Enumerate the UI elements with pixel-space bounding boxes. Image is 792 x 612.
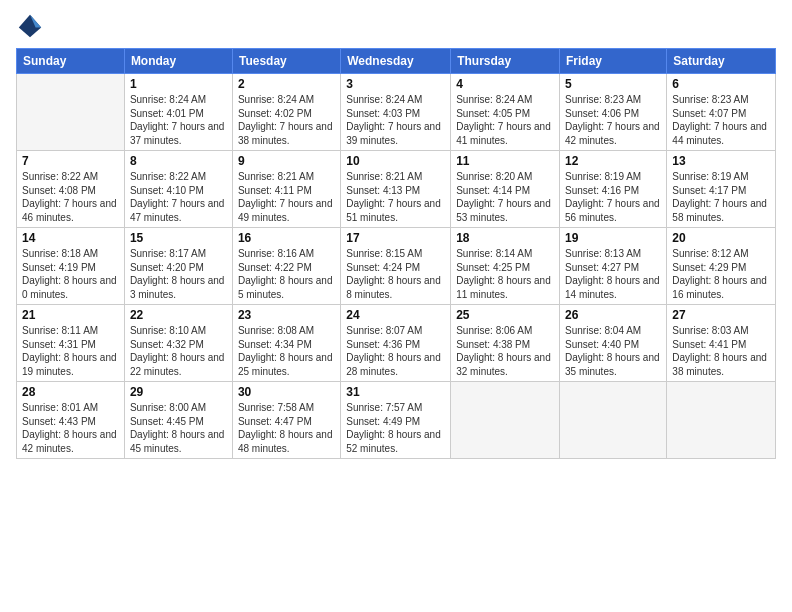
calendar-cell: 28Sunrise: 8:01 AMSunset: 4:43 PMDayligh… bbox=[17, 382, 125, 459]
day-number: 3 bbox=[346, 77, 445, 91]
day-info: Sunrise: 8:18 AMSunset: 4:19 PMDaylight:… bbox=[22, 247, 119, 301]
calendar-cell: 10Sunrise: 8:21 AMSunset: 4:13 PMDayligh… bbox=[341, 151, 451, 228]
calendar-header-row: SundayMondayTuesdayWednesdayThursdayFrid… bbox=[17, 49, 776, 74]
header-saturday: Saturday bbox=[667, 49, 776, 74]
day-number: 5 bbox=[565, 77, 661, 91]
day-number: 6 bbox=[672, 77, 770, 91]
day-info: Sunrise: 8:20 AMSunset: 4:14 PMDaylight:… bbox=[456, 170, 554, 224]
calendar-cell: 20Sunrise: 8:12 AMSunset: 4:29 PMDayligh… bbox=[667, 228, 776, 305]
calendar-cell: 17Sunrise: 8:15 AMSunset: 4:24 PMDayligh… bbox=[341, 228, 451, 305]
calendar-cell: 2Sunrise: 8:24 AMSunset: 4:02 PMDaylight… bbox=[232, 74, 340, 151]
calendar-cell: 24Sunrise: 8:07 AMSunset: 4:36 PMDayligh… bbox=[341, 305, 451, 382]
header-friday: Friday bbox=[560, 49, 667, 74]
day-info: Sunrise: 8:07 AMSunset: 4:36 PMDaylight:… bbox=[346, 324, 445, 378]
day-info: Sunrise: 8:21 AMSunset: 4:13 PMDaylight:… bbox=[346, 170, 445, 224]
calendar-cell: 4Sunrise: 8:24 AMSunset: 4:05 PMDaylight… bbox=[451, 74, 560, 151]
day-number: 28 bbox=[22, 385, 119, 399]
day-info: Sunrise: 8:17 AMSunset: 4:20 PMDaylight:… bbox=[130, 247, 227, 301]
day-info: Sunrise: 8:10 AMSunset: 4:32 PMDaylight:… bbox=[130, 324, 227, 378]
day-info: Sunrise: 8:24 AMSunset: 4:03 PMDaylight:… bbox=[346, 93, 445, 147]
day-number: 19 bbox=[565, 231, 661, 245]
header-monday: Monday bbox=[124, 49, 232, 74]
calendar-table: SundayMondayTuesdayWednesdayThursdayFrid… bbox=[16, 48, 776, 459]
calendar-cell bbox=[451, 382, 560, 459]
day-info: Sunrise: 8:11 AMSunset: 4:31 PMDaylight:… bbox=[22, 324, 119, 378]
day-info: Sunrise: 8:24 AMSunset: 4:02 PMDaylight:… bbox=[238, 93, 335, 147]
calendar-cell: 11Sunrise: 8:20 AMSunset: 4:14 PMDayligh… bbox=[451, 151, 560, 228]
calendar-cell: 31Sunrise: 7:57 AMSunset: 4:49 PMDayligh… bbox=[341, 382, 451, 459]
page-container: SundayMondayTuesdayWednesdayThursdayFrid… bbox=[0, 0, 792, 612]
calendar-cell: 23Sunrise: 8:08 AMSunset: 4:34 PMDayligh… bbox=[232, 305, 340, 382]
day-number: 13 bbox=[672, 154, 770, 168]
day-info: Sunrise: 8:19 AMSunset: 4:16 PMDaylight:… bbox=[565, 170, 661, 224]
calendar-cell: 16Sunrise: 8:16 AMSunset: 4:22 PMDayligh… bbox=[232, 228, 340, 305]
header-sunday: Sunday bbox=[17, 49, 125, 74]
day-info: Sunrise: 8:06 AMSunset: 4:38 PMDaylight:… bbox=[456, 324, 554, 378]
calendar-cell: 18Sunrise: 8:14 AMSunset: 4:25 PMDayligh… bbox=[451, 228, 560, 305]
calendar-cell: 25Sunrise: 8:06 AMSunset: 4:38 PMDayligh… bbox=[451, 305, 560, 382]
day-number: 12 bbox=[565, 154, 661, 168]
day-info: Sunrise: 8:16 AMSunset: 4:22 PMDaylight:… bbox=[238, 247, 335, 301]
day-info: Sunrise: 8:24 AMSunset: 4:01 PMDaylight:… bbox=[130, 93, 227, 147]
day-info: Sunrise: 8:01 AMSunset: 4:43 PMDaylight:… bbox=[22, 401, 119, 455]
day-number: 16 bbox=[238, 231, 335, 245]
day-info: Sunrise: 8:08 AMSunset: 4:34 PMDaylight:… bbox=[238, 324, 335, 378]
calendar-cell: 29Sunrise: 8:00 AMSunset: 4:45 PMDayligh… bbox=[124, 382, 232, 459]
calendar-cell: 13Sunrise: 8:19 AMSunset: 4:17 PMDayligh… bbox=[667, 151, 776, 228]
day-number: 2 bbox=[238, 77, 335, 91]
day-number: 20 bbox=[672, 231, 770, 245]
header-thursday: Thursday bbox=[451, 49, 560, 74]
calendar-cell bbox=[17, 74, 125, 151]
day-number: 18 bbox=[456, 231, 554, 245]
calendar-cell: 6Sunrise: 8:23 AMSunset: 4:07 PMDaylight… bbox=[667, 74, 776, 151]
calendar-cell: 27Sunrise: 8:03 AMSunset: 4:41 PMDayligh… bbox=[667, 305, 776, 382]
calendar-cell: 12Sunrise: 8:19 AMSunset: 4:16 PMDayligh… bbox=[560, 151, 667, 228]
calendar-cell: 7Sunrise: 8:22 AMSunset: 4:08 PMDaylight… bbox=[17, 151, 125, 228]
day-info: Sunrise: 8:00 AMSunset: 4:45 PMDaylight:… bbox=[130, 401, 227, 455]
calendar-cell bbox=[667, 382, 776, 459]
calendar-cell: 26Sunrise: 8:04 AMSunset: 4:40 PMDayligh… bbox=[560, 305, 667, 382]
header-tuesday: Tuesday bbox=[232, 49, 340, 74]
day-number: 14 bbox=[22, 231, 119, 245]
logo bbox=[16, 12, 46, 40]
day-info: Sunrise: 7:58 AMSunset: 4:47 PMDaylight:… bbox=[238, 401, 335, 455]
calendar-cell: 9Sunrise: 8:21 AMSunset: 4:11 PMDaylight… bbox=[232, 151, 340, 228]
calendar-cell: 5Sunrise: 8:23 AMSunset: 4:06 PMDaylight… bbox=[560, 74, 667, 151]
calendar-cell: 14Sunrise: 8:18 AMSunset: 4:19 PMDayligh… bbox=[17, 228, 125, 305]
day-number: 29 bbox=[130, 385, 227, 399]
day-info: Sunrise: 8:12 AMSunset: 4:29 PMDaylight:… bbox=[672, 247, 770, 301]
calendar-cell bbox=[560, 382, 667, 459]
calendar-week-row: 28Sunrise: 8:01 AMSunset: 4:43 PMDayligh… bbox=[17, 382, 776, 459]
day-number: 17 bbox=[346, 231, 445, 245]
day-number: 15 bbox=[130, 231, 227, 245]
header-wednesday: Wednesday bbox=[341, 49, 451, 74]
day-number: 31 bbox=[346, 385, 445, 399]
day-number: 30 bbox=[238, 385, 335, 399]
header bbox=[16, 12, 776, 40]
calendar-cell: 3Sunrise: 8:24 AMSunset: 4:03 PMDaylight… bbox=[341, 74, 451, 151]
calendar-cell: 22Sunrise: 8:10 AMSunset: 4:32 PMDayligh… bbox=[124, 305, 232, 382]
day-info: Sunrise: 8:03 AMSunset: 4:41 PMDaylight:… bbox=[672, 324, 770, 378]
day-info: Sunrise: 8:23 AMSunset: 4:06 PMDaylight:… bbox=[565, 93, 661, 147]
day-info: Sunrise: 8:19 AMSunset: 4:17 PMDaylight:… bbox=[672, 170, 770, 224]
calendar-cell: 15Sunrise: 8:17 AMSunset: 4:20 PMDayligh… bbox=[124, 228, 232, 305]
day-info: Sunrise: 8:15 AMSunset: 4:24 PMDaylight:… bbox=[346, 247, 445, 301]
day-number: 22 bbox=[130, 308, 227, 322]
calendar-week-row: 7Sunrise: 8:22 AMSunset: 4:08 PMDaylight… bbox=[17, 151, 776, 228]
calendar-cell: 30Sunrise: 7:58 AMSunset: 4:47 PMDayligh… bbox=[232, 382, 340, 459]
calendar-week-row: 21Sunrise: 8:11 AMSunset: 4:31 PMDayligh… bbox=[17, 305, 776, 382]
calendar-week-row: 14Sunrise: 8:18 AMSunset: 4:19 PMDayligh… bbox=[17, 228, 776, 305]
day-number: 23 bbox=[238, 308, 335, 322]
day-number: 7 bbox=[22, 154, 119, 168]
day-info: Sunrise: 8:23 AMSunset: 4:07 PMDaylight:… bbox=[672, 93, 770, 147]
day-number: 25 bbox=[456, 308, 554, 322]
calendar-week-row: 1Sunrise: 8:24 AMSunset: 4:01 PMDaylight… bbox=[17, 74, 776, 151]
day-number: 27 bbox=[672, 308, 770, 322]
calendar-cell: 8Sunrise: 8:22 AMSunset: 4:10 PMDaylight… bbox=[124, 151, 232, 228]
day-number: 9 bbox=[238, 154, 335, 168]
day-number: 26 bbox=[565, 308, 661, 322]
day-number: 11 bbox=[456, 154, 554, 168]
day-info: Sunrise: 8:04 AMSunset: 4:40 PMDaylight:… bbox=[565, 324, 661, 378]
day-info: Sunrise: 8:21 AMSunset: 4:11 PMDaylight:… bbox=[238, 170, 335, 224]
calendar-cell: 1Sunrise: 8:24 AMSunset: 4:01 PMDaylight… bbox=[124, 74, 232, 151]
